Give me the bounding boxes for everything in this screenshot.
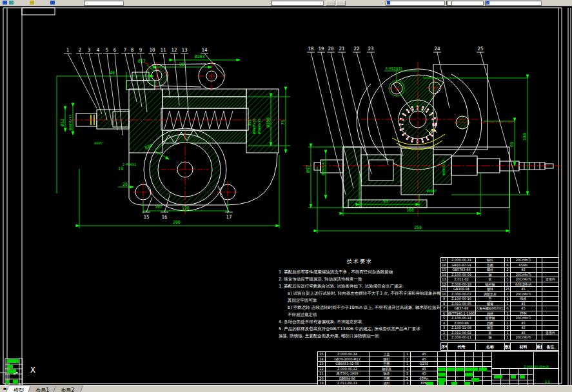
bom-cell: 15 [441, 268, 448, 273]
toolbar-icon[interactable] [50, 1, 55, 5]
bom-cell: 1 [505, 311, 511, 316]
bom-cell: 1 [505, 320, 511, 326]
bom-cell [537, 306, 542, 311]
dim-label: 126 [182, 206, 190, 211]
bom-cell [537, 330, 542, 335]
bom-cell: 1 [505, 258, 511, 263]
bom-row[interactable]: 17Z.000-00-31蜗杆120CrMnTi [441, 258, 559, 263]
bom-row[interactable]: 6JB/T7940.1-1995油杯1FPM [441, 311, 559, 316]
bom-cell [542, 311, 559, 316]
bom-row[interactable]: 2Z.011-00-02套145借用件 [441, 330, 559, 335]
bom-row[interactable]: 7GB37-88六角头螺栓M10X12645 [441, 306, 559, 311]
bom-cell: 20CrMnTi [511, 272, 537, 277]
toolbar-icon[interactable] [3, 1, 7, 5]
right-view: 6-M12深15 180 69 93 168 250 Ø97 Ø85H7/h7 … [303, 46, 560, 233]
highlight-cell [465, 373, 473, 377]
bom-cell: 45 [511, 330, 537, 335]
bom-cell: 5 [441, 316, 448, 321]
bom-cell: 摇臂轴 [476, 316, 505, 321]
toolbar-field[interactable] [84, 1, 124, 6]
bom-cell: 45 [411, 371, 438, 377]
bom-row[interactable]: 13Z.011-02套120CrMnTi借用件 [441, 277, 559, 282]
bom-cell: 钢球 [476, 287, 505, 292]
linetype-combo[interactable] [485, 1, 542, 6]
svg-text:10: 10 [149, 47, 155, 53]
bom-cell [438, 357, 447, 362]
toolbar-field[interactable] [271, 1, 324, 6]
bom-row[interactable]: 15GB5783-86螺栓245 [441, 268, 559, 273]
bom-cell [537, 316, 542, 321]
highlight-cell [13, 380, 18, 384]
highlight-cell [447, 368, 455, 371]
bom-cell: 6 [441, 311, 448, 316]
bom-cell: 45 [511, 306, 537, 311]
toolbar-icon[interactable] [9, 1, 14, 5]
bom-cell: 轴承 [370, 371, 404, 377]
svg-text:15: 15 [143, 214, 149, 220]
highlight-cell [6, 380, 9, 384]
bom-cell: Z.000-00-07 [448, 291, 476, 297]
dim-label: 4X45° [94, 141, 104, 145]
dim-label: 40 [110, 70, 115, 75]
bom-row[interactable]: 10Z.000-00-07调整垫片120CrMnTi [441, 291, 559, 297]
dim-label: Ø100 [266, 117, 271, 128]
toolbar-strip[interactable] [0, 0, 572, 6]
bom-row[interactable]: 3Z.100-11-08侧盖245 [441, 326, 559, 331]
bom-cell: Z.100-00-16 [448, 297, 476, 302]
bom-cell: 3 [441, 326, 448, 331]
svg-text:16: 16 [161, 214, 168, 220]
bom-row[interactable]: 12Z.000-00-18蜗杆轴160Si2MnA [441, 282, 559, 287]
bom-row[interactable]: 23GB5853-02-05垫圈1Q235 [318, 362, 492, 367]
bom-cell: 调整垫片 [476, 291, 505, 297]
svg-text:23: 23 [368, 46, 373, 52]
bom-row[interactable]: 4Z.000-86挡圈145 [441, 320, 559, 326]
bom-cell: 20CrMnTi [511, 291, 537, 297]
dim-label: Ø90H7/f6 [252, 119, 256, 134]
svg-text:5: 5 [106, 47, 109, 53]
bom-cell [537, 277, 542, 282]
bom-cell: 垫 [476, 297, 505, 302]
bom-row[interactable]: 20GB894-86挡圈265Mn [318, 376, 492, 381]
svg-text:6: 6 [113, 47, 117, 53]
bom-row[interactable]: 11GB308-84钢球2545 [441, 287, 559, 292]
bom-cell [456, 357, 465, 362]
bom-cell [447, 362, 456, 367]
bom-row[interactable]: 1Z.000-00-11轴120CrMnTi [441, 335, 559, 340]
bom-row[interactable]: 24GB70-2000-M12螺钉145 [318, 357, 492, 362]
bom-cell [542, 287, 559, 292]
bom-row[interactable]: 9Z.100-00-16垫1纸板 [441, 297, 559, 302]
bom-cell: Z.011-00-05 [448, 301, 476, 306]
bom-cell: 蜗杆轴 [476, 282, 505, 287]
bom-cell [537, 335, 542, 340]
highlight-cell [438, 368, 446, 371]
bom-cell: 轴承座 [370, 366, 404, 371]
color-chip [448, 1, 452, 6]
dim-label: 20 [123, 182, 128, 187]
bom-cell: 挡圈 [370, 376, 404, 381]
bom-row[interactable]: 5Z.100-00-14摇臂轴120CrMnTi [441, 316, 559, 321]
bom-cell [465, 352, 474, 357]
bom-row[interactable]: 25Z.000-00-34上盖145 [318, 352, 492, 357]
bom-row[interactable]: 14Z.100-00-09轴120CrMnTi [441, 272, 559, 277]
toolbar-icon[interactable] [30, 1, 34, 5]
bom-cell: 16 [441, 262, 448, 268]
title-block-drawing-name: Z.000-00 转向器 [524, 365, 549, 369]
bom-cell [447, 357, 456, 362]
bom-cell: Z.000-00-34 [326, 352, 370, 357]
bom-cell: 6 [505, 306, 511, 311]
layer-combo[interactable] [386, 1, 445, 6]
toolbar-button[interactable] [326, 1, 335, 6]
bom-table-upper[interactable]: 17Z.000-00-31蜗杆120CrMnTi16GB93-87-14垫圈66… [440, 257, 559, 340]
highlight-cell [465, 368, 478, 371]
tab-layout2[interactable]: 布局2 [53, 386, 83, 392]
bom-cell: 17 [441, 258, 448, 263]
layout-tab-bar[interactable]: ◂▸ 模型 布局1 布局2 [0, 385, 572, 392]
bom-cell: 45 [411, 366, 438, 371]
bom-cell: 65Mn [411, 376, 438, 381]
highlight-cell [479, 368, 487, 371]
bom-row[interactable]: 16GB93-87-14垫圈665Mn [441, 262, 559, 268]
left-view: 40 Ø17 88 Ø203 71 Ø100 Ø90H7/f6 Ø50H6/f5… [57, 47, 290, 228]
title-block-scale: 1:1 [545, 380, 550, 384]
bom-row[interactable]: 8Z.011-00-05螺母145 [441, 301, 559, 306]
toolbar-button[interactable] [336, 1, 346, 6]
